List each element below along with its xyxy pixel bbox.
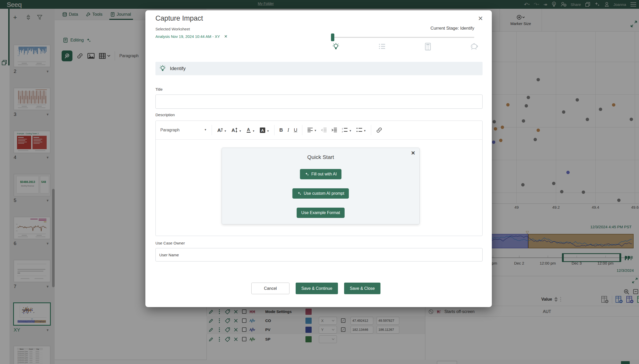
svg-text:A: A bbox=[247, 128, 250, 132]
title-field-label: Title bbox=[155, 87, 163, 91]
editor-toolbar: Paragraph▼ A▼ A▼ A▼ A▼ B I U ▼ bbox=[156, 121, 482, 140]
quick-start-card: ✕ Quick Start Fill out with AI Use custo… bbox=[222, 148, 420, 224]
identify-icon bbox=[160, 65, 166, 72]
worksheet-link-row: Analysis Nov 19, 2024 10:44 AM - XY ✕ bbox=[155, 34, 228, 39]
modal-buttons: Cancel Save & Continue Save & Close bbox=[251, 283, 380, 294]
italic-button[interactable]: I bbox=[287, 127, 289, 133]
description-editor[interactable]: Paragraph▼ A▼ A▼ A▼ A▼ B I U ▼ bbox=[155, 121, 483, 236]
selected-worksheet-label: Selected Worksheet bbox=[155, 27, 190, 31]
identify-section-header: Identify bbox=[155, 62, 483, 75]
remove-worksheet-icon[interactable]: ✕ bbox=[224, 34, 227, 39]
modal-title: Capture Impact bbox=[155, 14, 203, 22]
numbered-list-dropdown[interactable]: 12▼ bbox=[342, 127, 352, 133]
save-close-button[interactable]: Save & Close bbox=[344, 283, 380, 294]
current-stage-label: Current Stage: Identify bbox=[376, 26, 474, 31]
svg-text:A: A bbox=[217, 128, 221, 133]
font-size-dropdown[interactable]: A▼ bbox=[231, 127, 242, 133]
font-family-dropdown[interactable]: A▼ bbox=[217, 127, 227, 133]
save-continue-button[interactable]: Save & Continue bbox=[296, 283, 338, 294]
worksheet-link[interactable]: Analysis Nov 19, 2024 10:44 AM - XY bbox=[155, 34, 220, 39]
outdent-button[interactable] bbox=[321, 128, 327, 133]
owner-input[interactable]: User Name bbox=[155, 248, 483, 261]
stage-slider-track[interactable] bbox=[332, 37, 474, 38]
svg-text:A: A bbox=[261, 128, 264, 132]
modal-close-icon[interactable]: ✕ bbox=[478, 15, 483, 22]
stage-define-icon[interactable] bbox=[378, 43, 386, 50]
custom-ai-prompt-button[interactable]: Use custom AI prompt bbox=[292, 188, 349, 199]
stage-slider-handle[interactable] bbox=[331, 33, 334, 41]
align-dropdown[interactable]: ▼ bbox=[307, 128, 317, 133]
owner-field-label: Use Case Owner bbox=[155, 241, 185, 245]
stage-calculate-icon[interactable] bbox=[425, 43, 431, 50]
cancel-button[interactable]: Cancel bbox=[251, 283, 289, 294]
svg-text:1: 1 bbox=[342, 128, 343, 130]
stage-monetize-icon[interactable] bbox=[470, 43, 478, 50]
svg-text:2: 2 bbox=[342, 131, 343, 133]
example-format-button[interactable]: Use Example Format bbox=[297, 208, 345, 218]
highlight-color-dropdown[interactable]: A▼ bbox=[260, 127, 269, 133]
font-color-dropdown[interactable]: A▼ bbox=[246, 127, 255, 133]
bold-button[interactable]: B bbox=[279, 127, 283, 133]
bullet-list-dropdown[interactable]: ▼ bbox=[356, 127, 366, 133]
insert-link-button[interactable] bbox=[376, 127, 382, 133]
fill-with-ai-button[interactable]: Fill out with AI bbox=[300, 169, 342, 179]
quick-start-title: Quick Start bbox=[222, 154, 419, 160]
identify-section-title: Identify bbox=[170, 66, 186, 71]
svg-text:A: A bbox=[231, 128, 235, 133]
underline-button[interactable]: U bbox=[294, 127, 297, 133]
paragraph-dropdown[interactable]: Paragraph▼ bbox=[160, 128, 207, 132]
title-input[interactable] bbox=[155, 95, 483, 109]
stage-identify-icon[interactable] bbox=[333, 43, 339, 50]
seeq-app: Seeq My Folder ↶▾ ↷▾ ↠ $ Share Joanna bbox=[0, 0, 639, 364]
description-field-label: Description bbox=[155, 113, 175, 117]
indent-button[interactable] bbox=[331, 128, 337, 133]
